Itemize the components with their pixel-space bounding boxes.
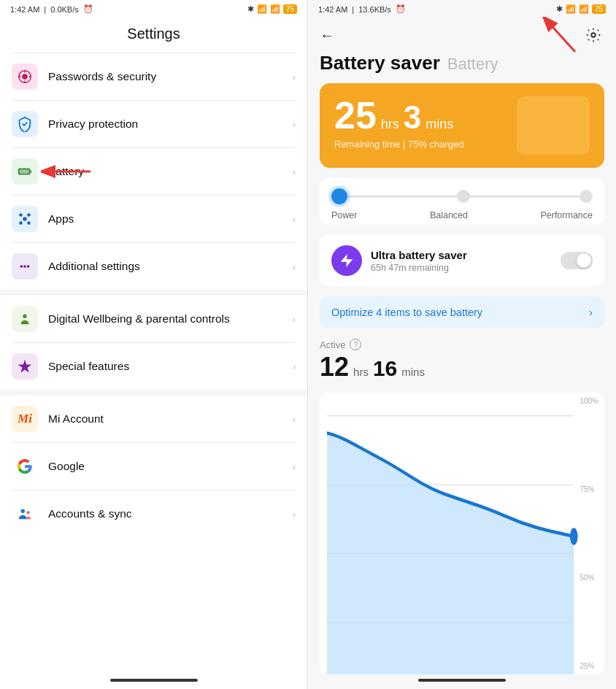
right-data: 13.6KB/s	[358, 5, 391, 14]
right-time: 1:42 AM	[318, 5, 347, 14]
battery-info-left: 25 hrs 3 mins Remaining time | 75% charg…	[334, 96, 509, 150]
wellbeing-chevron: ›	[293, 314, 296, 325]
bluetooth-icon: ✱	[247, 4, 254, 14]
privacy-icon	[12, 111, 38, 137]
battery-hours: 25	[334, 96, 377, 134]
right-nav-indicator	[418, 679, 506, 682]
additional-icon	[12, 253, 38, 280]
special-icon	[12, 353, 38, 380]
right-page-title: Battery saver	[320, 52, 440, 74]
privacy-chevron: ›	[293, 119, 296, 130]
data-speed-value: 0.0KB/s	[50, 5, 79, 14]
chart-label-50: 50%	[580, 574, 598, 582]
active-hrs-label: hrs	[353, 366, 369, 378]
mode-selector[interactable]: Power Balanced Performance	[320, 178, 604, 225]
mode-labels: Power Balanced Performance	[331, 210, 593, 220]
svg-point-18	[591, 33, 596, 37]
toggle-thumb	[577, 253, 591, 268]
menu-group-1: Passwords & security › Privacy protectio…	[0, 53, 307, 290]
gear-button[interactable]	[582, 24, 604, 46]
back-button[interactable]: ←	[320, 27, 334, 44]
svg-point-8	[27, 213, 31, 217]
wellbeing-icon	[12, 306, 38, 332]
ultra-icon	[331, 245, 362, 276]
right-page-subtitle: Battery	[447, 55, 498, 74]
menu-item-battery[interactable]: Battery ›	[0, 148, 307, 195]
special-label: Special features	[48, 360, 293, 373]
right-bluetooth-icon: ✱	[556, 4, 563, 14]
active-mins: 16	[373, 356, 397, 381]
google-label: Google	[48, 460, 293, 473]
optimize-text: Optimize 4 items to save battery	[331, 307, 482, 318]
battery-icon: 75	[283, 4, 297, 14]
chart-label-25: 25%	[580, 662, 598, 670]
mi-icon: Mi	[12, 406, 38, 432]
google-icon	[12, 453, 38, 480]
svg-point-13	[27, 265, 30, 268]
ultra-subtitle: 65h 47m remaining	[371, 263, 552, 273]
battery-hrs-label: hrs	[381, 117, 399, 132]
accounts-chevron: ›	[293, 509, 296, 520]
mode-track[interactable]	[331, 188, 593, 204]
active-info-icon[interactable]: ?	[350, 339, 361, 350]
active-mins-label: mins	[401, 366, 425, 378]
mode-performance-dot[interactable]	[580, 190, 593, 203]
menu-item-google[interactable]: Google ›	[0, 443, 307, 490]
svg-rect-4	[20, 169, 29, 174]
battery-menu-icon	[12, 158, 38, 185]
svg-point-9	[19, 221, 23, 225]
menu-group-3: Mi Mi Account › Google ›	[0, 396, 307, 537]
mode-balanced-dot[interactable]	[457, 190, 470, 203]
right-alarm-icon: ⏰	[396, 4, 406, 14]
menu-item-passwords[interactable]: Passwords & security ›	[0, 53, 307, 100]
right-nav-bar	[308, 674, 616, 689]
passwords-icon	[12, 63, 38, 90]
active-label-row: Active ?	[320, 339, 604, 350]
left-status-bar: 1:42 AM | 0.0KB/s ⏰ ✱ 📶 📶 75	[0, 0, 307, 18]
menu-item-special[interactable]: Special features ›	[0, 343, 307, 390]
special-chevron: ›	[293, 361, 296, 372]
svg-point-16	[26, 511, 30, 515]
battery-chart: 100% 75% 50% 25%	[320, 393, 604, 674]
battery-mins: 3	[404, 101, 421, 134]
settings-panel: 1:42 AM | 0.0KB/s ⏰ ✱ 📶 📶 75 Settings Pa…	[0, 0, 308, 689]
optimize-banner[interactable]: Optimize 4 items to save battery ›	[320, 296, 604, 328]
signal-icon: 📶	[257, 4, 267, 14]
apps-icon	[12, 206, 38, 232]
battery-status-card: 25 hrs 3 mins Remaining time | 75% charg…	[320, 83, 604, 168]
accounts-label: Accounts & sync	[48, 507, 293, 520]
svg-point-7	[19, 213, 23, 217]
ultra-title: Ultra battery saver	[371, 249, 552, 261]
passwords-label: Passwords & security	[48, 70, 293, 83]
menu-item-additional[interactable]: Additional settings ›	[0, 243, 307, 290]
battery-chart-svg	[327, 399, 597, 674]
mode-power-dot[interactable]	[331, 188, 347, 204]
accounts-icon	[12, 501, 38, 527]
svg-point-12	[23, 265, 26, 268]
menu-item-mi[interactable]: Mi Mi Account ›	[0, 396, 307, 442]
mi-label: Mi Account	[48, 412, 293, 426]
mode-power-label: Power	[331, 210, 357, 220]
menu-item-accounts[interactable]: Accounts & sync ›	[0, 490, 307, 537]
menu-item-apps[interactable]: Apps ›	[0, 196, 307, 242]
gear-red-arrow	[539, 17, 582, 53]
right-wifi-icon: 📶	[579, 4, 589, 14]
gear-area	[582, 24, 604, 46]
svg-point-6	[23, 217, 27, 221]
chart-labels: 100% 75% 50% 25%	[580, 393, 598, 674]
right-signal-icon: 📶	[566, 4, 576, 14]
left-nav-indicator	[110, 679, 198, 682]
menu-item-wellbeing[interactable]: Digital Wellbeing & parental controls ›	[0, 296, 307, 342]
page-title: Settings	[0, 18, 307, 53]
time-display: 1:42 AM	[10, 5, 39, 14]
active-label: Active	[320, 339, 345, 350]
chart-label-75: 75%	[580, 485, 598, 493]
privacy-label: Privacy protection	[48, 118, 293, 131]
chart-label-100: 100%	[580, 397, 598, 405]
svg-rect-3	[30, 170, 31, 173]
svg-point-10	[27, 221, 31, 225]
apps-chevron: ›	[293, 214, 296, 225]
menu-item-privacy[interactable]: Privacy protection ›	[0, 101, 307, 147]
apps-label: Apps	[48, 212, 293, 226]
ultra-toggle[interactable]	[561, 252, 593, 269]
